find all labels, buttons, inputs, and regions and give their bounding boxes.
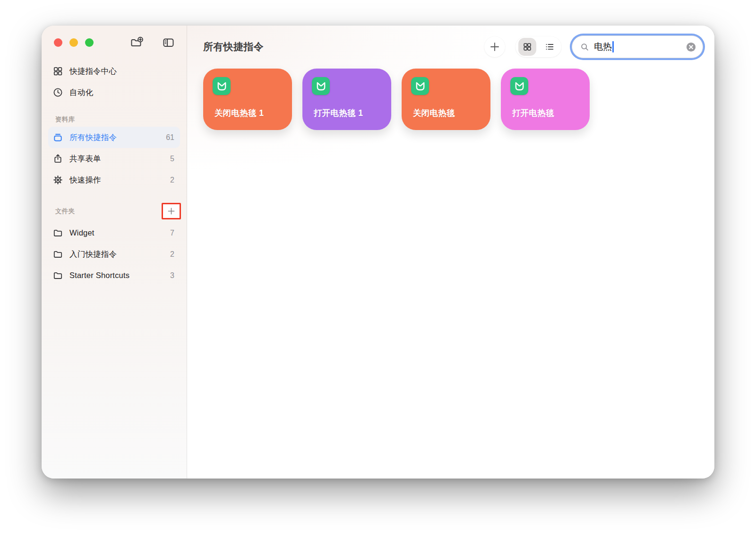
main-content: 所有快捷指令 (187, 26, 714, 479)
clear-search-button[interactable] (686, 42, 696, 52)
list-view-icon (544, 42, 555, 52)
mijia-icon (513, 80, 526, 93)
sidebar-nav: 快捷指令中心 自动化 资料库 (42, 60, 187, 286)
folder-icon (51, 270, 65, 281)
sidebar-item-label: 快速操作 (69, 175, 170, 185)
folder-icon (51, 227, 65, 238)
automation-icon (51, 87, 65, 98)
sidebar-item-shortcuts-center[interactable]: 快捷指令中心 (48, 61, 180, 82)
mijia-app-icon (213, 77, 231, 95)
section-header-library: 资料库 (42, 115, 187, 127)
share-sheet-icon (51, 153, 65, 164)
mijia-icon (315, 80, 327, 93)
sidebar-item-automation[interactable]: 自动化 (48, 82, 180, 103)
mijia-app-icon (510, 77, 528, 95)
shortcut-name: 打开电热毯 (512, 107, 554, 119)
sidebar-item-share-sheet[interactable]: 共享表单 5 (48, 148, 180, 169)
sidebar-item-label: 快捷指令中心 (69, 66, 174, 77)
toggle-sidebar-button[interactable] (160, 35, 176, 50)
plus-icon (489, 41, 501, 53)
text-cursor (612, 41, 614, 52)
shortcut-card[interactable]: 打开电热毯 (501, 69, 590, 130)
mijia-app-icon (312, 77, 330, 95)
sidebar-item-label: Widget (69, 228, 170, 237)
sidebar: 快捷指令中心 自动化 资料库 (42, 26, 187, 479)
shortcut-name: 打开电热毯 1 (314, 107, 363, 119)
mijia-app-icon (411, 77, 429, 95)
list-view-button[interactable] (541, 38, 558, 56)
new-folder-button[interactable] (129, 35, 145, 50)
quick-actions-icon (51, 174, 65, 185)
clear-icon (686, 42, 696, 52)
shortcut-card[interactable]: 关闭电热毯 (402, 69, 490, 130)
sidebar-item-count: 2 (170, 250, 174, 259)
sidebar-item-label: 共享表单 (69, 154, 170, 164)
add-folder-button[interactable] (162, 203, 181, 219)
folder-icon (51, 249, 65, 260)
main-header: 所有快捷指令 (187, 26, 714, 60)
sidebar-item-quick-actions[interactable]: 快速操作 2 (48, 169, 180, 191)
sidebar-item-folder-starter-cn[interactable]: 入门快捷指令 2 (48, 244, 180, 265)
shortcut-name: 关闭电热毯 1 (215, 107, 264, 119)
shortcuts-app-window: 快捷指令中心 自动化 资料库 (42, 26, 714, 479)
shortcuts-center-icon (51, 66, 65, 77)
sidebar-item-count: 61 (166, 133, 174, 142)
search-icon (580, 42, 590, 52)
sidebar-item-count: 2 (170, 176, 174, 184)
plus-icon (166, 206, 176, 216)
sidebar-item-folder-widget[interactable]: Widget 7 (48, 222, 180, 244)
sidebar-item-folder-starter[interactable]: Starter Shortcuts 3 (48, 265, 180, 286)
sidebar-titlebar (42, 26, 187, 60)
grid-view-icon (522, 42, 533, 52)
search-query-text: 电热 (594, 41, 612, 53)
sidebar-item-label: Starter Shortcuts (69, 271, 170, 280)
page-title: 所有快捷指令 (203, 40, 264, 53)
section-header-folders: 文件夹 (42, 203, 187, 222)
sidebar-item-all-shortcuts[interactable]: 所有快捷指令 61 (48, 127, 180, 148)
sidebar-item-count: 5 (170, 155, 174, 163)
grid-view-button[interactable] (518, 38, 536, 56)
traffic-lights (54, 38, 94, 47)
minimize-window-button[interactable] (69, 38, 78, 47)
section-title: 文件夹 (55, 207, 75, 216)
all-shortcuts-icon (51, 132, 65, 143)
sidebar-toggle-icon (162, 37, 175, 48)
mijia-icon (215, 80, 228, 93)
sidebar-item-label: 入门快捷指令 (69, 249, 170, 260)
search-input[interactable]: 电热 (572, 35, 703, 58)
close-window-button[interactable] (54, 38, 62, 47)
zoom-window-button[interactable] (85, 38, 94, 47)
new-folder-icon (130, 36, 144, 49)
mijia-icon (414, 80, 427, 93)
shortcut-card[interactable]: 打开电热毯 1 (302, 69, 391, 130)
new-shortcut-button[interactable] (484, 36, 505, 57)
section-title: 资料库 (55, 115, 75, 124)
view-mode-segmented-control (515, 36, 561, 57)
sidebar-item-count: 7 (170, 229, 174, 237)
sidebar-item-label: 所有快捷指令 (69, 132, 166, 143)
sidebar-item-label: 自动化 (69, 87, 174, 98)
shortcuts-grid: 关闭电热毯 1 打开电热毯 1 (187, 60, 714, 130)
shortcut-name: 关闭电热毯 (413, 107, 455, 119)
sidebar-item-count: 3 (170, 271, 174, 280)
shortcut-card[interactable]: 关闭电热毯 1 (203, 69, 292, 130)
